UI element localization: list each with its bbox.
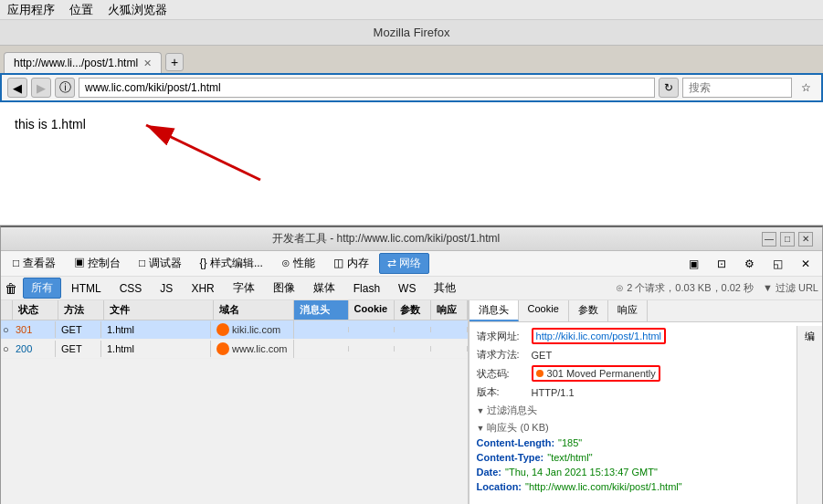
detail-tab-headers[interactable]: 消息头 (470, 300, 519, 321)
devtools-titlebar: 开发者工具 - http://www.lic.com/kiki/post/1.h… (1, 227, 822, 251)
filter-font[interactable]: 字体 (225, 278, 263, 299)
edit-label: 编 (805, 330, 815, 343)
forward-button[interactable]: ▶ (31, 78, 51, 98)
row-status-200: 200 (10, 341, 56, 357)
header-cookie: Cookie (349, 300, 395, 320)
filter-html[interactable]: HTML (63, 279, 110, 298)
row-response (431, 346, 468, 352)
header-status: 状态 (13, 300, 58, 320)
table-row[interactable]: ○ 301 GET 1.html kiki.lic.com (1, 320, 468, 340)
row-cookie (349, 327, 395, 332)
devtools-controls: — □ ✕ (762, 232, 813, 247)
header-value: "Thu, 14 Jan 2021 15:13:47 GMT" (505, 467, 658, 478)
devtools-minimize-btn[interactable]: — (762, 232, 776, 247)
tool-devtools-close[interactable]: ✕ (793, 255, 818, 273)
browser-tab[interactable]: http://www.li.../post/1.html ✕ (4, 52, 162, 73)
detail-tab-response[interactable]: 响应 (608, 300, 648, 321)
filter-url-label: ▼ 过滤 URL (763, 281, 818, 295)
back-button[interactable]: ◀ (7, 78, 27, 98)
menu-applications[interactable]: 应用程序 (7, 2, 55, 18)
svg-line-1 (146, 125, 260, 180)
header-file: 文件 (104, 300, 214, 320)
clear-requests-btn[interactable]: 🗑 (5, 281, 17, 296)
status-code-row: 状态码: 301 Moved Permanently (477, 363, 815, 383)
row-status-301: 301 (10, 321, 56, 338)
devtools-close-btn[interactable]: ✕ (798, 232, 813, 247)
red-arrow (119, 111, 265, 184)
address-bar: ◀ ▶ ⓘ ↻ ☆ (0, 73, 823, 102)
request-url-row: 请求网址: http://kiki.lic.com/post/1.html (477, 326, 815, 346)
request-method-value: GET (532, 350, 553, 361)
row-messages (294, 327, 349, 332)
tool-network[interactable]: ⇄ 网络 (379, 253, 429, 274)
row-file: 1.html (101, 321, 211, 338)
row-file: 1.html (101, 341, 211, 357)
devtools-maximize-btn[interactable]: □ (780, 232, 795, 247)
refresh-button[interactable]: ↻ (659, 78, 679, 98)
devtools-toolbar: □ 查看器 ▣ 控制台 □ 调试器 {} 样式编辑... ⊙ 性能 ◫ 内存 ⇄… (1, 251, 822, 277)
tool-style[interactable]: {} 样式编辑... (192, 253, 271, 274)
tab-close-btn[interactable]: ✕ (143, 58, 152, 69)
row-response (431, 327, 468, 332)
tool-memory[interactable]: ◫ 内存 (325, 253, 376, 274)
network-table-header: 状态 方法 文件 域名 消息头 Cookie 参数 响应 (1, 300, 468, 320)
tool-debugger[interactable]: □ 调试器 (131, 253, 190, 274)
filter-other[interactable]: 其他 (426, 278, 464, 299)
header-name: Date: (477, 467, 502, 478)
header-method: 方法 (58, 300, 104, 320)
devtools-window: 开发者工具 - http://www.lic.com/kiki/post/1.h… (0, 226, 823, 504)
search-input[interactable] (682, 78, 792, 98)
header-value: "http://www.lic.com/kiki/post/1.html" (525, 481, 682, 492)
tool-sidebar[interactable]: ◱ (765, 255, 791, 273)
tool-responsive[interactable]: ▣ (681, 255, 707, 273)
response-header-section: 响应头 (0 KB) (477, 418, 815, 436)
filter-js[interactable]: JS (152, 279, 181, 298)
detail-tab-params[interactable]: 参数 (569, 300, 608, 321)
filter-css[interactable]: CSS (111, 279, 151, 298)
filter-ws[interactable]: WS (390, 279, 424, 298)
row-params (395, 346, 431, 352)
url-input[interactable] (79, 78, 655, 98)
request-method-row: 请求方法: GET (477, 346, 815, 363)
tool-inspector[interactable]: □ 查看器 (5, 253, 64, 274)
filter-media[interactable]: 媒体 (305, 278, 343, 299)
header-content-type: Content-Type: "text/html" (477, 450, 815, 465)
filter-xhr[interactable]: XHR (183, 279, 222, 298)
tool-console[interactable]: ▣ 控制台 (66, 253, 129, 274)
devtools-title: 开发者工具 - http://www.lic.com/kiki/post/1.h… (10, 231, 762, 247)
security-icon: ⓘ (55, 78, 75, 98)
version-row: 版本: HTTP/1.1 (477, 383, 815, 401)
detail-tabs: 消息头 Cookie 参数 响应 (470, 300, 822, 322)
detail-tab-cookie[interactable]: Cookie (519, 300, 569, 321)
new-tab-button[interactable]: + (165, 53, 184, 71)
row-indicator: ○ (1, 343, 10, 354)
header-location: Location: "http://www.lic.com/kiki/post/… (477, 479, 815, 494)
tool-screenshot[interactable]: ⊡ (709, 255, 734, 273)
tab-label: http://www.li.../post/1.html (14, 57, 138, 69)
tool-settings[interactable]: ⚙ (736, 255, 763, 273)
header-value: "185" (558, 437, 582, 448)
header-value: "text/html" (547, 452, 592, 463)
header-name: Content-Length: (477, 437, 555, 448)
bookmark-button[interactable]: ☆ (796, 78, 816, 98)
filter-all[interactable]: 所有 (23, 278, 61, 299)
browser-content: this is 1.html (0, 102, 823, 226)
request-count: ⊙ 2 个请求，0.03 KB，0.02 秒 (616, 281, 754, 295)
version-value: HTTP/1.1 (532, 387, 575, 398)
filter-image[interactable]: 图像 (265, 278, 303, 299)
header-messages: 消息头 (294, 300, 349, 320)
page-content: this is 1.html (15, 117, 86, 131)
header-response: 响应 (431, 300, 468, 320)
menu-location[interactable]: 位置 (69, 2, 93, 18)
menu-firefox[interactable]: 火狐浏览器 (108, 2, 167, 18)
filter-flash[interactable]: Flash (345, 279, 388, 298)
devtools-subtoolbar: 🗑 所有 HTML CSS JS XHR 字体 图像 媒体 Flash WS 其… (1, 277, 822, 300)
browser-tabs: http://www.li.../post/1.html ✕ + (0, 46, 823, 73)
row-method: GET (56, 341, 101, 357)
tool-performance[interactable]: ⊙ 性能 (273, 253, 323, 274)
version-label: 版本: (477, 385, 532, 399)
table-row[interactable]: ○ 200 GET 1.html www.lic.com (1, 340, 468, 359)
header-name: Content-Type: (477, 452, 544, 463)
row-cookie (349, 346, 395, 352)
request-url-label: 请求网址: (477, 330, 532, 343)
